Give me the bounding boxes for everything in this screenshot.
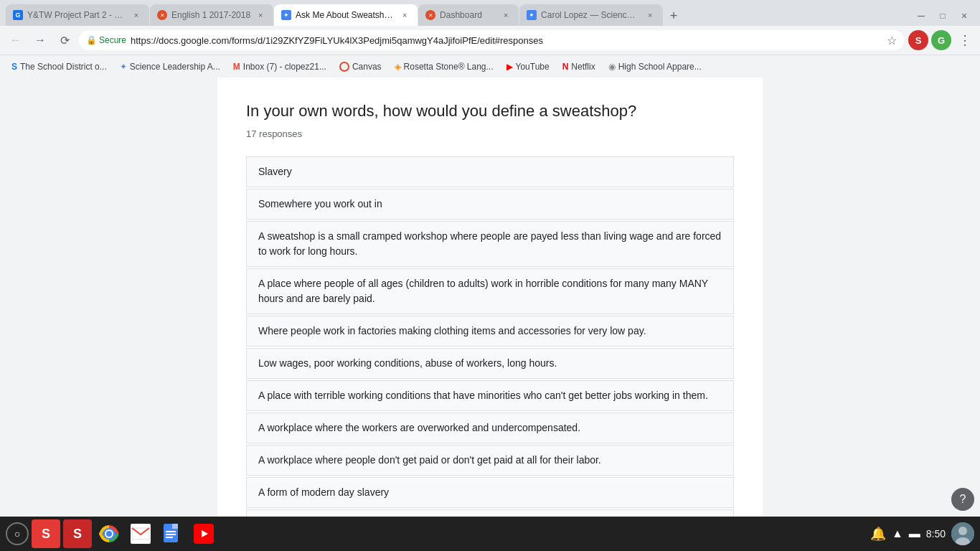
form-container: In your own words, how would you define … — [217, 77, 763, 517]
response-item: Somewhere you work out in — [246, 189, 734, 220]
bookmark-favicon-6: ▶ — [507, 62, 513, 72]
bookmark-favicon-7: N — [562, 62, 569, 72]
response-item: A place where people of all ages (childr… — [246, 268, 734, 314]
bookmark-label-4: Canvas — [352, 62, 382, 72]
svg-rect-9 — [166, 537, 173, 538]
taskbar-time: 8:50 — [926, 528, 946, 540]
forward-button[interactable]: → — [30, 30, 50, 50]
tab-favicon-3: ✦ — [281, 10, 291, 20]
omnibox-bar: ← → ⟳ 🔒 Secure https://docs.google.com/f… — [0, 26, 980, 55]
back-button[interactable]: ← — [6, 30, 26, 50]
bookmark-favicon-8: ◉ — [608, 62, 616, 72]
bookmark-favicon-5: ◈ — [395, 62, 401, 72]
tab-ytw[interactable]: G Y&TW Project Part 2 - G... × — [6, 4, 149, 26]
bookmark-label-1: The School District o... — [20, 62, 107, 72]
tab-title-2: English 1 2017-2018 — [171, 10, 250, 20]
profile-icon-green[interactable]: G — [931, 30, 951, 50]
bookmarks-bar: S The School District o... ✦ Science Lea… — [0, 55, 980, 77]
bookmark-netflix[interactable]: N Netflix — [557, 59, 601, 75]
bookmark-favicon-4 — [339, 62, 349, 72]
browser-menu-button[interactable]: ⋮ — [956, 29, 974, 51]
secure-label: Secure — [99, 35, 126, 45]
bookmark-high-school-apparel[interactable]: ◉ High School Appare... — [603, 59, 707, 75]
svg-rect-8 — [166, 534, 176, 535]
bookmark-star-icon[interactable]: ☆ — [887, 34, 897, 47]
tab-close-2[interactable]: × — [255, 9, 266, 21]
response-item: Non paye or very lowly payed workers in … — [246, 509, 734, 517]
response-item: A sweatshop is a small cramped workshop … — [246, 221, 734, 267]
svg-rect-7 — [166, 531, 176, 532]
bookmark-label-7: Netflix — [571, 62, 595, 72]
tab-title-4: Dashboard — [440, 10, 496, 20]
page-content: In your own words, how would you define … — [0, 77, 980, 517]
bookmark-rosetta-stone[interactable]: ◈ Rosetta Stone® Lang... — [389, 59, 499, 75]
close-window-button[interactable]: × — [954, 6, 974, 26]
tab-title-5: Carol Lopez — Science L... — [541, 10, 640, 20]
svg-point-13 — [958, 527, 967, 535]
notification-bell-icon[interactable]: 🔔 — [870, 526, 886, 542]
tab-favicon-1: G — [13, 10, 23, 20]
lock-icon: 🔒 — [86, 35, 97, 45]
bookmark-label-6: YouTube — [516, 62, 550, 72]
bookmark-label-5: Rosetta Stone® Lang... — [404, 62, 494, 72]
tab-favicon-5: ✦ — [527, 10, 537, 20]
bookmark-label-8: High School Appare... — [618, 62, 702, 72]
responses-list: Slavery Somewhere you work out in A swea… — [246, 156, 734, 517]
help-button[interactable]: ? — [951, 488, 974, 511]
tab-favicon-4: ✕ — [425, 10, 435, 20]
response-item: A workplace where the workers are overwo… — [246, 413, 734, 443]
tab-english[interactable]: ✕ English 1 2017-2018 × — [150, 4, 273, 26]
gmail-app[interactable] — [126, 519, 155, 548]
tab-favicon-2: ✕ — [157, 10, 167, 20]
svg-point-2 — [106, 531, 112, 537]
bookmark-canvas[interactable]: Canvas — [334, 59, 387, 75]
tab-title-3: Ask Me About Sweatsho... — [296, 10, 395, 20]
tab-close-4[interactable]: × — [500, 9, 512, 21]
docs-app[interactable] — [158, 519, 187, 548]
tab-carol-lopez[interactable]: ✦ Carol Lopez — Science L... × — [519, 4, 663, 26]
response-item: Slavery — [246, 156, 734, 187]
tab-dashboard[interactable]: ✕ Dashboard × — [418, 4, 519, 26]
svg-rect-6 — [172, 524, 178, 529]
question-title: In your own words, how would you define … — [246, 100, 734, 123]
maximize-button[interactable]: □ — [933, 6, 953, 26]
wifi-icon: ▲ — [892, 527, 903, 540]
tab-title-1: Y&TW Project Part 2 - G... — [27, 10, 126, 20]
profile-icons: S G — [908, 30, 951, 50]
response-item: A workplace where people don't get paid … — [246, 445, 734, 476]
omnibox[interactable]: 🔒 Secure https://docs.google.com/forms/d… — [79, 30, 904, 50]
bookmark-favicon-1: S — [11, 62, 17, 72]
user-avatar[interactable] — [951, 522, 974, 545]
response-item: Where people work in factories making cl… — [246, 316, 734, 347]
schoology-app-2[interactable]: S — [63, 519, 92, 548]
taskbar-right: 🔔 ▲ ▬ 8:50 — [870, 522, 974, 545]
response-item: Low wages, poor working conditions, abus… — [246, 348, 734, 379]
bookmark-school-district[interactable]: S The School District o... — [6, 59, 113, 75]
browser-chrome: G Y&TW Project Part 2 - G... × ✕ English… — [0, 0, 980, 77]
tab-close-3[interactable]: × — [399, 9, 410, 21]
tab-bar: G Y&TW Project Part 2 - G... × ✕ English… — [0, 0, 980, 26]
launcher-button[interactable]: ○ — [6, 522, 29, 545]
reload-button[interactable]: ⟳ — [55, 30, 75, 50]
schoology-app-1[interactable]: S — [32, 519, 60, 548]
tab-close-5[interactable]: × — [644, 9, 656, 21]
response-count: 17 responses — [246, 128, 734, 139]
bookmark-favicon-2: ✦ — [120, 62, 127, 72]
chrome-app[interactable] — [95, 519, 123, 548]
bookmark-favicon-3: M — [233, 62, 240, 72]
response-item: A place with terrible working conditions… — [246, 380, 734, 411]
new-tab-button[interactable]: + — [664, 6, 684, 26]
profile-icon-sx[interactable]: S — [908, 30, 928, 50]
bookmark-inbox[interactable]: M Inbox (7) - clopez21... — [227, 59, 332, 75]
omnibox-url: https://docs.google.com/forms/d/1i29ZKfY… — [131, 35, 882, 46]
response-item: A form of modern day slavery — [246, 477, 734, 508]
battery-icon: ▬ — [909, 527, 920, 540]
bookmark-label-3: Inbox (7) - clopez21... — [243, 62, 326, 72]
minimize-button[interactable]: ─ — [911, 6, 931, 26]
youtube-taskbar-app[interactable] — [189, 519, 218, 548]
bookmark-youtube[interactable]: ▶ YouTube — [501, 59, 555, 75]
bookmark-science-leadership[interactable]: ✦ Science Leadership A... — [114, 59, 226, 75]
tab-sweatshop[interactable]: ✦ Ask Me About Sweatsho... × — [274, 4, 418, 26]
tab-close-1[interactable]: × — [131, 9, 142, 21]
bookmark-label-2: Science Leadership A... — [130, 62, 220, 72]
